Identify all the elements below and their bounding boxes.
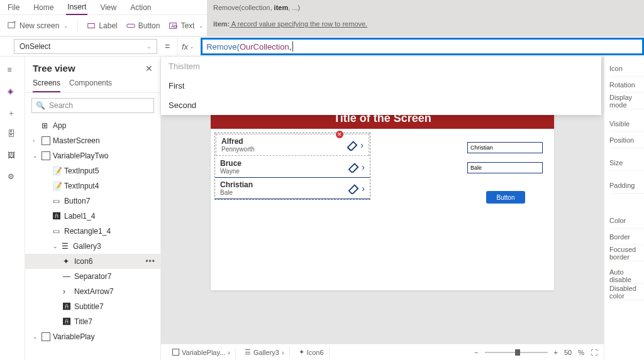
tree-node-masterscreen[interactable]: ›MasterScreen — [25, 133, 160, 148]
tab-components[interactable]: Components — [69, 79, 112, 92]
fit-icon[interactable]: ⛶ — [591, 349, 597, 356]
suggest-item-thisitem[interactable]: ThisItem — [161, 57, 601, 76]
search-icon: 🔍 — [36, 101, 45, 110]
prop-autodisable[interactable]: Auto disable — [609, 268, 644, 284]
svg-rect-2 — [127, 24, 135, 27]
suggest-item-first[interactable]: First — [161, 76, 601, 95]
next-arrow-icon[interactable]: › — [360, 140, 364, 150]
svg-rect-0 — [8, 22, 15, 28]
close-icon[interactable]: ✕ — [145, 63, 153, 74]
button-icon — [126, 21, 135, 30]
insert-text-button[interactable]: Abc Text⌄ — [169, 21, 204, 30]
tree-view-icon[interactable]: ◈ — [8, 87, 18, 97]
app-canvas[interactable]: Title of the Screen ✕ AlfredPennyworth ›… — [211, 108, 554, 290]
prop-visible[interactable]: Visible — [609, 116, 644, 132]
text-input-lastname[interactable] — [467, 162, 543, 173]
properties-panel: Icon Rotation Display mode Visible Posit… — [604, 57, 644, 360]
prop-position[interactable]: Position — [609, 132, 644, 148]
gallery-item[interactable]: ChristianBale › — [215, 178, 370, 199]
tree-node-gallery3[interactable]: ⌄☰Gallery3 — [25, 239, 160, 254]
new-screen-button[interactable]: New screen⌄ — [8, 21, 69, 30]
crumb-gallery[interactable]: ☰Gallery3› — [240, 347, 290, 357]
prop-focusedborder[interactable]: Focused border — [609, 245, 644, 261]
prop-padding[interactable]: Padding — [609, 177, 644, 194]
next-arrow-icon[interactable]: › — [362, 162, 365, 172]
text-icon: Abc — [169, 21, 177, 30]
tree-node-variableplay[interactable]: ⌄VariablePlay — [25, 329, 160, 344]
label-icon — [87, 21, 96, 30]
tree-node-rectangle1_4[interactable]: ▭Rectangle1_4 — [25, 224, 160, 239]
tree-node-nextarrow7[interactable]: ›NextArrow7 — [25, 284, 160, 299]
prop-border[interactable]: Border — [609, 229, 644, 245]
tree-node-button7[interactable]: ▭Button7 — [25, 194, 160, 209]
tree-node-icon6[interactable]: ✦Icon6••• — [25, 254, 160, 269]
canvas-area: ThisItem First Second ↖ Title of the Scr… — [161, 57, 604, 360]
svg-text:Abc: Abc — [172, 23, 178, 28]
prop-size[interactable]: Size — [609, 155, 644, 171]
text-cursor — [292, 41, 293, 52]
gallery-control[interactable]: ✕ AlfredPennyworth › BruceWayne › Christ — [214, 133, 370, 200]
formula-input[interactable]: Remove(OurCollection, — [201, 38, 644, 55]
menu-file[interactable]: File — [6, 1, 21, 14]
menu-home[interactable]: Home — [32, 1, 55, 14]
tree-node-textinput4[interactable]: 📝TextInput4 — [25, 178, 160, 194]
left-rail: ≡ ◈ ＋ 🗄 🖼 ⚙ — [0, 57, 25, 360]
fx-button[interactable]: fx⌄ — [177, 37, 198, 56]
zoom-in-button[interactable]: + — [554, 349, 558, 356]
breadcrumb-bar: VariablePlay...› ☰Gallery3› ✦Icon6 − + 5… — [161, 344, 604, 360]
formula-hint-bar: Remove(collection, item, ...) item: A re… — [207, 0, 644, 36]
prop-displaymode[interactable]: Display mode — [609, 93, 644, 109]
more-icon[interactable]: ••• — [145, 257, 155, 266]
tree-node-title7[interactable]: 🅰Title7 — [25, 314, 160, 329]
delete-badge-icon[interactable]: ✕ — [336, 131, 343, 138]
tree-node-app[interactable]: ⊞App — [25, 118, 160, 133]
advanced-icon[interactable]: ⚙ — [8, 172, 18, 182]
tab-screens[interactable]: Screens — [33, 79, 60, 92]
gallery-item[interactable]: BruceWayne › — [215, 156, 370, 178]
tree-search-input[interactable]: 🔍 Search — [31, 98, 154, 113]
tree-list: ⊞App ›MasterScreen ⌄VariablePlayTwo 📝Tex… — [25, 118, 160, 360]
next-arrow-icon[interactable]: › — [362, 183, 365, 194]
gallery-item[interactable]: ✕ AlfredPennyworth › — [216, 134, 369, 156]
zoom-slider[interactable] — [485, 352, 548, 353]
prop-color[interactable]: Color — [609, 212, 644, 229]
new-screen-icon — [8, 21, 16, 30]
equals-sign: = — [161, 41, 174, 52]
prop-disabledcolor[interactable]: Disabled color — [609, 284, 644, 300]
data-icon[interactable]: 🗄 — [8, 129, 18, 139]
zoom-controls: − + 50 % ⛶ — [474, 349, 597, 356]
tree-node-variableplaytwo[interactable]: ⌄VariablePlayTwo — [25, 148, 160, 163]
tree-view-panel: Tree view ✕ Screens Components 🔍 Search … — [25, 57, 161, 360]
menu-action[interactable]: Action — [129, 1, 152, 14]
menu-insert[interactable]: Insert — [66, 0, 87, 15]
prop-rotation[interactable]: Rotation — [609, 77, 644, 93]
formula-bar: OnSelect ⌄ = fx⌄ Remove(OurCollection, — [0, 36, 644, 57]
submit-button[interactable]: Button — [486, 191, 525, 204]
crumb-icon[interactable]: ✦Icon6 — [294, 347, 330, 357]
svg-rect-1 — [88, 23, 95, 28]
chevron-down-icon: ⌄ — [147, 43, 152, 50]
suggest-item-second[interactable]: Second — [161, 95, 601, 115]
text-input-firstname[interactable] — [467, 142, 543, 153]
eraser-icon[interactable] — [347, 183, 360, 194]
insert-icon[interactable]: ＋ — [8, 108, 18, 118]
insert-label-button[interactable]: Label — [87, 21, 117, 30]
eraser-icon[interactable] — [347, 161, 360, 173]
tree-node-textinput5[interactable]: 📝TextInput5 — [25, 163, 160, 178]
tree-node-separator7[interactable]: —Separator7 — [25, 269, 160, 284]
zoom-out-button[interactable]: − — [474, 349, 478, 356]
menu-view[interactable]: View — [99, 1, 118, 14]
intellisense-dropdown: ThisItem First Second — [161, 57, 601, 115]
tree-view-title: Tree view — [33, 63, 75, 74]
media-icon[interactable]: 🖼 — [8, 151, 18, 161]
insert-button-button[interactable]: Button — [126, 21, 160, 30]
tree-node-label1_4[interactable]: 🅰Label1_4 — [25, 209, 160, 224]
crumb-screen[interactable]: VariablePlay...› — [167, 347, 236, 357]
eraser-icon[interactable] — [345, 139, 359, 151]
tree-node-subtitle7[interactable]: 🅰Subtitle7 — [25, 299, 160, 314]
hamburger-icon[interactable]: ≡ — [8, 65, 18, 75]
property-select[interactable]: OnSelect ⌄ — [14, 39, 157, 54]
zoom-value: 50 — [564, 349, 572, 356]
prop-icon[interactable]: Icon — [609, 60, 644, 77]
main-area: ≡ ◈ ＋ 🗄 🖼 ⚙ Tree view ✕ Screens Componen… — [0, 57, 644, 360]
